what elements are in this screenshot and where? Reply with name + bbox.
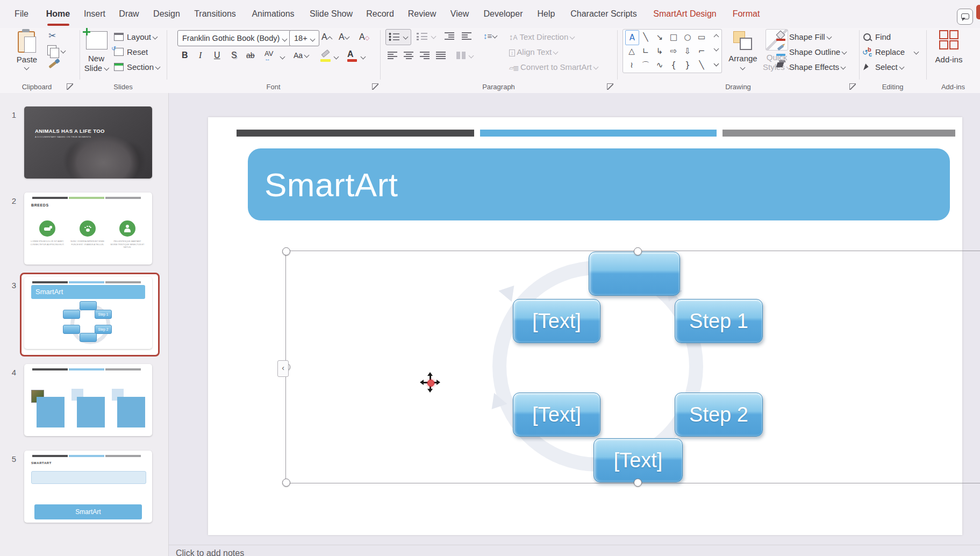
- font-dialog-launcher[interactable]: [372, 83, 378, 90]
- handle-top-center[interactable]: [634, 247, 642, 255]
- shape-rectangle-icon[interactable]: □: [667, 30, 680, 44]
- gallery-up-icon[interactable]: [714, 34, 719, 40]
- shape-oval-icon[interactable]: ○: [681, 30, 694, 44]
- shape-effects-button[interactable]: Shape Effects: [788, 62, 845, 72]
- notes-placeholder[interactable]: Click to add notes: [176, 548, 244, 556]
- font-color-button[interactable]: A: [347, 49, 354, 59]
- shape-partial-rect-icon[interactable]: ⌐: [695, 44, 708, 58]
- shape-rounded-rect-icon[interactable]: ▭: [695, 30, 708, 44]
- text-direction-button[interactable]: ↕A Text Direction: [509, 32, 574, 41]
- layout-button[interactable]: Layout: [114, 32, 157, 41]
- addins-grid-2: [949, 30, 958, 39]
- accent-bar-dark: [32, 368, 68, 370]
- tab-file[interactable]: File: [15, 9, 28, 19]
- replace-button[interactable]: ↺bcReplace: [875, 47, 918, 56]
- smartart-node-lower-left[interactable]: [Text]: [513, 393, 600, 437]
- shrink-font-button[interactable]: A: [339, 32, 349, 42]
- tab-design[interactable]: Design: [153, 9, 180, 19]
- select-button[interactable]: Select: [875, 62, 904, 72]
- tab-draw[interactable]: Draw: [119, 9, 139, 19]
- slide-1-thumbnail[interactable]: ANIMALS HAS A LIFE TOO A DOCUMENTARY BAS…: [24, 106, 152, 179]
- tab-transitions[interactable]: Transitions: [194, 9, 236, 19]
- convert-label: Convert to SmartArt: [520, 62, 592, 72]
- change-case-button[interactable]: Aa: [294, 51, 309, 60]
- reset-button[interactable]: ↺Reset: [114, 47, 148, 56]
- line-spacing-button[interactable]: ↕≡: [483, 31, 497, 40]
- slide-canvas[interactable]: SmartArt [Text] Step 1 [Text] Step 2 [Te…: [208, 117, 962, 535]
- grow-font-button[interactable]: A: [321, 32, 332, 42]
- shape-line2-icon[interactable]: ╲: [695, 58, 708, 72]
- shape-elbow-arrow-icon[interactable]: ↳: [653, 44, 666, 58]
- find-button[interactable]: Find: [875, 32, 891, 41]
- text-shadow-button[interactable]: S: [231, 51, 237, 60]
- tab-record[interactable]: Record: [366, 9, 394, 19]
- strikethrough-button[interactable]: ab: [246, 51, 255, 60]
- slide-4-thumbnail[interactable]: [24, 364, 152, 436]
- clear-formatting-button[interactable]: A◇: [359, 32, 369, 42]
- smartart-node-step2[interactable]: Step 2: [675, 393, 763, 437]
- shape-fill-button[interactable]: Shape Fill: [788, 32, 831, 41]
- slide-2-thumbnail[interactable]: BREEDS Lorem ipsum dolor sit amet, conse…: [24, 193, 152, 265]
- font-size-combo[interactable]: 18+: [289, 30, 319, 46]
- shape-curve-icon[interactable]: ∿: [653, 58, 666, 72]
- tab-smartart-design[interactable]: SmartArt Design: [653, 9, 716, 19]
- convert-to-smartart-button[interactable]: ▱▥ Convert to SmartArt: [509, 62, 598, 72]
- shape-elbow-icon[interactable]: ∟: [639, 44, 652, 58]
- format-painter-button[interactable]: [48, 63, 57, 66]
- underline-button[interactable]: U: [214, 51, 220, 60]
- character-spacing-button[interactable]: AV↔: [264, 49, 273, 66]
- copy-button[interactable]: [47, 45, 56, 55]
- tab-developer[interactable]: Developer: [484, 9, 523, 19]
- shape-triangle-icon[interactable]: △: [625, 44, 638, 58]
- comments-button[interactable]: [957, 9, 973, 25]
- shape-arc-icon[interactable]: ⌒: [639, 58, 652, 72]
- shape-down-arrow-icon[interactable]: ⇩: [681, 44, 694, 58]
- slide-title-placeholder[interactable]: SmartArt: [248, 148, 950, 220]
- shape-scribble-icon[interactable]: ≀: [625, 58, 638, 72]
- shape-right-arrow-icon[interactable]: ⇨: [667, 44, 680, 58]
- shape-left-brace-icon[interactable]: {: [667, 58, 680, 72]
- tab-format[interactable]: Format: [733, 9, 760, 19]
- smartart-node-top[interactable]: [589, 252, 680, 296]
- notes-divider[interactable]: [169, 545, 980, 545]
- tab-animations[interactable]: Animations: [252, 9, 294, 19]
- gallery-more-icon[interactable]: [714, 61, 719, 67]
- shape-arrow-icon[interactable]: ↘: [653, 30, 666, 44]
- slide-1-title: ANIMALS HAS A LIFE TOO: [35, 128, 105, 134]
- shape-right-brace-icon[interactable]: }: [681, 58, 694, 72]
- slide-5-thumbnail[interactable]: SMARTART SmartArt: [24, 451, 152, 523]
- smartart-node-step1[interactable]: Step 1: [675, 299, 763, 343]
- slide-3-thumbnail[interactable]: SmartArt Step 1 Step 2: [24, 277, 152, 349]
- numbering-button[interactable]: [414, 29, 438, 44]
- mini-node-top: [80, 301, 97, 310]
- align-text-button[interactable]: ↕ Align Text: [509, 47, 557, 56]
- gallery-down-icon[interactable]: [714, 46, 719, 52]
- shape-line-icon[interactable]: ╲: [639, 30, 652, 44]
- clipboard-dialog-launcher[interactable]: [67, 83, 73, 90]
- handle-top-left[interactable]: [282, 247, 290, 255]
- tab-insert[interactable]: Insert: [84, 9, 105, 19]
- tab-home[interactable]: Home: [46, 9, 70, 19]
- shape-outline-button[interactable]: Shape Outline: [788, 47, 846, 56]
- tab-view[interactable]: View: [450, 9, 469, 19]
- smartart-node-bottom[interactable]: [Text]: [593, 438, 683, 482]
- bullets-button[interactable]: [385, 29, 411, 45]
- tab-review[interactable]: Review: [408, 9, 436, 19]
- tab-help[interactable]: Help: [538, 9, 555, 19]
- section-button[interactable]: Section: [114, 62, 160, 72]
- handle-bottom-center[interactable]: [634, 479, 642, 487]
- tab-character-scripts[interactable]: Character Scripts: [570, 9, 637, 19]
- paragraph-dialog-launcher[interactable]: [607, 83, 613, 90]
- tab-slide-show[interactable]: Slide Show: [310, 9, 353, 19]
- bold-button[interactable]: B: [182, 51, 188, 60]
- font-name-combo[interactable]: Franklin Gothic Book (Body): [177, 30, 291, 46]
- shapes-gallery[interactable]: A ╲ ↘ □ ○ ▭ △ ∟ ↳ ⇨ ⇩ ⌐ ≀ ⌒ ∿ { } ╲: [623, 29, 713, 73]
- share-button-partial[interactable]: [976, 5, 980, 19]
- smartart-text-pane-toggle[interactable]: ‹: [277, 360, 289, 377]
- smartart-node-upper-left[interactable]: [Text]: [513, 299, 600, 343]
- handle-bottom-left[interactable]: [282, 479, 290, 487]
- shape-textbox-icon[interactable]: A: [625, 30, 639, 45]
- drawing-dialog-launcher[interactable]: [849, 83, 856, 90]
- italic-button[interactable]: I: [199, 51, 202, 60]
- cut-button[interactable]: ✂: [48, 30, 56, 41]
